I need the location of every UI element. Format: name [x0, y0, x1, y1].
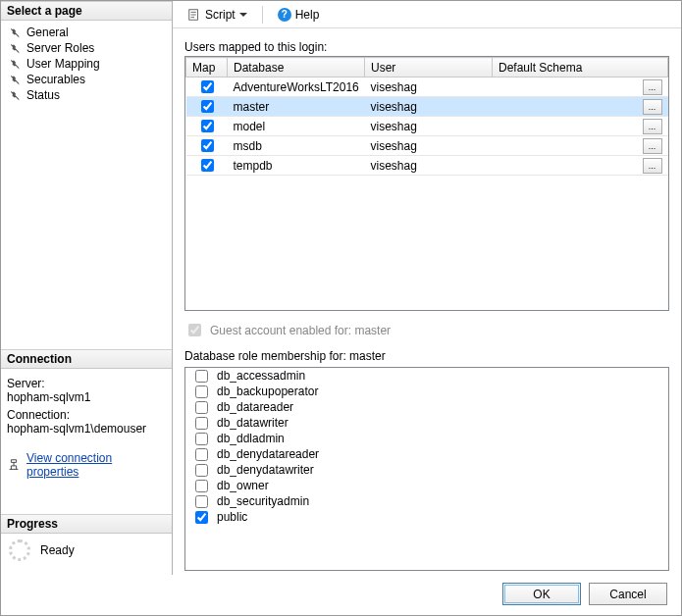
role-checkbox[interactable] — [195, 448, 208, 461]
col-header-map[interactable]: Map — [186, 58, 228, 77]
ok-button[interactable]: OK — [502, 583, 581, 605]
page-item-general[interactable]: General — [1, 25, 172, 40]
role-item[interactable]: public — [185, 509, 668, 525]
cell-database: master — [228, 97, 365, 117]
table-row[interactable]: AdventureWorksLT2016viseshag... — [186, 77, 668, 97]
cell-user: viseshag — [365, 136, 493, 156]
view-connection-properties-link[interactable]: View connection properties — [26, 451, 166, 479]
map-checkbox[interactable] — [201, 159, 214, 172]
toolbar: Script ? Help — [173, 1, 681, 28]
cell-user: viseshag — [365, 156, 493, 176]
role-checkbox[interactable] — [195, 495, 208, 508]
cell-database: AdventureWorksLT2016 — [228, 77, 365, 97]
progress-header: Progress — [1, 514, 172, 534]
role-checkbox[interactable] — [195, 370, 208, 383]
col-header-default-schema[interactable]: Default Schema — [493, 58, 668, 77]
role-name: db_owner — [217, 479, 269, 492]
role-item[interactable]: db_denydatareader — [185, 446, 668, 462]
help-icon: ? — [278, 8, 291, 22]
cell-database: model — [228, 117, 365, 136]
role-name: db_datawriter — [217, 416, 289, 430]
cancel-button[interactable]: Cancel — [589, 583, 667, 605]
role-name: db_datareader — [217, 400, 293, 414]
table-row[interactable]: tempdbviseshag... — [186, 156, 668, 176]
guest-account-line: Guest account enabled for: master — [184, 321, 669, 339]
page-item-securables[interactable]: Securables — [1, 72, 172, 87]
progress-spinner-icon — [9, 539, 30, 561]
script-icon — [187, 8, 201, 22]
help-label: Help — [295, 8, 320, 22]
col-header-database[interactable]: Database — [228, 58, 365, 77]
page-item-server-roles[interactable]: Server Roles — [1, 40, 172, 56]
cell-schema: ... — [493, 97, 668, 117]
role-item[interactable]: db_accessadmin — [185, 368, 668, 384]
role-checkbox[interactable] — [195, 464, 208, 477]
role-item[interactable]: db_backupoperator — [185, 384, 668, 399]
guest-enabled-checkbox — [188, 324, 201, 336]
cell-schema: ... — [493, 136, 668, 156]
role-name: db_ddladmin — [217, 432, 285, 445]
map-checkbox[interactable] — [201, 139, 214, 152]
map-checkbox[interactable] — [201, 100, 214, 113]
schema-browse-button[interactable]: ... — [643, 158, 662, 174]
wrench-icon — [7, 73, 21, 86]
role-checkbox[interactable] — [195, 480, 208, 492]
cell-database: tempdb — [228, 156, 365, 176]
schema-browse-button[interactable]: ... — [643, 138, 662, 154]
page-item-label: Securables — [26, 73, 85, 86]
role-item[interactable]: db_securityadmin — [185, 493, 668, 509]
role-checkbox[interactable] — [195, 417, 208, 430]
mapping-grid[interactable]: Map Database User Default Schema Adventu… — [184, 56, 669, 311]
role-checkbox[interactable] — [195, 401, 208, 414]
role-checkbox[interactable] — [195, 433, 208, 445]
role-checkbox[interactable] — [195, 511, 208, 524]
table-row[interactable]: msdbviseshag... — [186, 136, 668, 156]
role-item[interactable]: db_denydatawriter — [185, 462, 668, 478]
script-button[interactable]: Script — [183, 6, 252, 24]
cell-user: viseshag — [365, 117, 493, 136]
schema-browse-button[interactable]: ... — [643, 79, 662, 95]
role-item[interactable]: db_ddladmin — [185, 431, 668, 446]
role-checkbox[interactable] — [195, 385, 208, 398]
cell-schema: ... — [493, 117, 668, 136]
map-checkbox[interactable] — [201, 120, 214, 132]
role-item[interactable]: db_owner — [185, 478, 668, 493]
role-name: db_securityadmin — [217, 494, 309, 508]
help-button[interactable]: ? Help — [273, 6, 325, 24]
users-mapped-label: Users mapped to this login: — [184, 40, 669, 54]
table-row[interactable]: modelviseshag... — [186, 117, 668, 136]
progress-status: Ready — [40, 543, 75, 557]
connection-label: Connection: — [7, 408, 166, 422]
page-item-user-mapping[interactable]: User Mapping — [1, 56, 172, 72]
page-list: General Server Roles User Mapping — [1, 21, 172, 107]
right-panel: Script ? Help Users mapped to this login… — [173, 1, 681, 575]
cell-user: viseshag — [365, 77, 493, 97]
mapping-table: Map Database User Default Schema Adventu… — [185, 57, 668, 176]
role-name: db_denydatareader — [217, 447, 319, 461]
progress-block: Ready — [1, 534, 172, 575]
role-name: public — [217, 510, 247, 524]
page-item-status[interactable]: Status — [1, 87, 172, 103]
left-panel: Select a page General Server Roles — [1, 1, 173, 575]
role-name: db_accessadmin — [217, 369, 305, 383]
role-item[interactable]: db_datareader — [185, 399, 668, 415]
chevron-down-icon — [239, 13, 247, 17]
wrench-icon — [7, 88, 21, 102]
dialog-root: Select a page General Server Roles — [0, 0, 682, 616]
view-connection-properties[interactable]: View connection properties — [1, 447, 172, 485]
cell-schema: ... — [493, 77, 668, 97]
main-area: Select a page General Server Roles — [1, 1, 681, 575]
schema-browse-button[interactable]: ... — [643, 119, 662, 134]
col-header-user[interactable]: User — [365, 58, 493, 77]
wrench-icon — [7, 41, 21, 55]
roles-list[interactable]: db_accessadmindb_backupoperatordb_datare… — [184, 367, 669, 571]
role-name: db_backupoperator — [217, 385, 318, 398]
role-item[interactable]: db_datawriter — [185, 415, 668, 431]
guest-enabled-label: Guest account enabled for: master — [210, 324, 391, 337]
toolbar-separator — [262, 6, 263, 24]
schema-browse-button[interactable]: ... — [643, 99, 662, 115]
table-row[interactable]: masterviseshag... — [186, 97, 668, 117]
content: Users mapped to this login: Map Database… — [173, 28, 681, 575]
map-checkbox[interactable] — [201, 80, 214, 93]
cell-database: msdb — [228, 136, 365, 156]
